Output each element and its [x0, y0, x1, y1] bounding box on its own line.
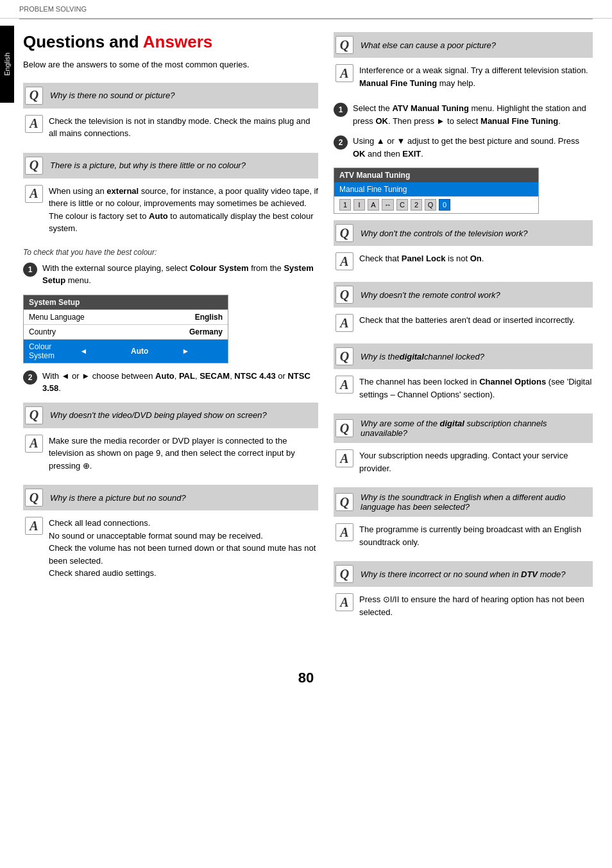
menu-cell-language-label: Menu Language — [24, 310, 126, 324]
q10-answer-text: The programme is currently being broadca… — [355, 522, 593, 550]
q11-a-letter: A — [334, 592, 355, 611]
q7-q-icon: Q — [336, 286, 353, 304]
step2-num: 2 — [23, 370, 37, 385]
q9-q-icon: Q — [336, 419, 353, 437]
q11-q-icon: Q — [336, 565, 353, 583]
side-tab: English — [0, 26, 14, 103]
menu-cell-country-value: Germany — [126, 325, 228, 339]
q3-answer-text: Make sure the media recorder or DVD play… — [45, 433, 318, 474]
page-wrapper: PROBLEM SOLVING English Questions and An… — [0, 0, 612, 868]
left-column: Questions and Answers Below are the answ… — [23, 32, 318, 631]
atv-table: ATV Manual Tuning Manual Fine Tuning 1 I… — [334, 168, 539, 214]
q10-q-icon: Q — [336, 493, 353, 511]
q1-q-icon: Q — [25, 87, 43, 105]
q8-question-block: Q Why is the digital channel locked? — [334, 343, 593, 369]
q2-answer-block: A When using an external source, for ins… — [23, 181, 318, 239]
q6-answer-text: Check that Panel Lock is not On. — [355, 251, 593, 266]
right-step1-block: 1 Select the ATV Manual Tuning menu. Hig… — [334, 102, 593, 127]
q2-q-letter: Q — [23, 153, 45, 178]
step2-block: 2 With ◄ or ► choose between Auto, PAL, … — [23, 370, 318, 395]
subtitle: Below are the answers to some of the mos… — [23, 58, 318, 71]
step1-block: 1 With the external source playing, sele… — [23, 262, 318, 287]
menu-cell-colour-arrow-right: ► — [177, 344, 228, 358]
q2-a-icon: A — [25, 185, 43, 203]
menu-row-language: Menu Language English — [24, 309, 228, 324]
right-step2-text: Using ▲ or ▼ adjust to get the best pict… — [353, 135, 593, 160]
q6-question-text: Why don't the controls of the television… — [355, 220, 593, 246]
q9-q-letter: Q — [334, 413, 355, 443]
q9-a-letter: A — [334, 448, 355, 467]
q10-q-letter: Q — [334, 487, 355, 517]
q11-question-block: Q Why is there incorrect or no sound whe… — [334, 561, 593, 587]
q3-a-icon: A — [25, 435, 43, 453]
q9-question-block: Q Why are some of the digital subscripti… — [334, 413, 593, 443]
q7-answer-text: Check that the batteries aren't dead or … — [355, 313, 593, 328]
atv-cell-1: 1 — [339, 199, 351, 211]
q6-question-block: Q Why don't the controls of the televisi… — [334, 220, 593, 246]
q10-question-text: Why is the soundtrack in English when a … — [355, 487, 593, 517]
atv-header: ATV Manual Tuning — [334, 168, 538, 182]
q4-answer-text: Check all lead connections. No sound or … — [45, 516, 318, 581]
q8-a-icon: A — [336, 376, 353, 394]
q6-q-letter: Q — [334, 220, 355, 246]
atv-cell-i: I — [353, 199, 365, 211]
q4-q-letter: Q — [23, 485, 45, 510]
q8-q-icon: Q — [336, 347, 353, 365]
q11-answer-block: A Press ⊙I/II to ensure the hard of hear… — [334, 589, 593, 622]
q11-answer-text: Press ⊙I/II to ensure the hard of hearin… — [355, 592, 593, 620]
right-column: Q What else can cause a poor picture? A … — [334, 32, 593, 631]
q4-answer-block: A Check all lead connections. No sound o… — [23, 513, 318, 584]
menu-cell-language-value: English — [126, 310, 228, 324]
top-bar: PROBLEM SOLVING — [0, 0, 612, 19]
q11-q-letter: Q — [334, 561, 355, 587]
q6-answer-block: A Check that Panel Lock is not On. — [334, 248, 593, 273]
q3-question-text: Why doesn't the video/DVD being played s… — [45, 403, 318, 428]
q1-a-icon: A — [25, 115, 43, 133]
q4-q-icon: Q — [25, 489, 43, 507]
page-title: Questions and Answers — [23, 32, 318, 52]
menu-cell-colour-arrow-left: ◄ — [75, 344, 126, 358]
q5-a-letter: A — [334, 63, 355, 82]
q5-a-icon: A — [336, 64, 353, 82]
q4-a-icon: A — [25, 517, 43, 535]
q3-q-icon: Q — [25, 406, 43, 424]
main-content: Questions and Answers Below are the answ… — [0, 19, 612, 657]
q1-a-letter: A — [23, 114, 45, 133]
q7-question-text: Why doesn't the remote control work? — [355, 282, 593, 308]
q10-a-icon: A — [336, 523, 353, 541]
right-step2-num: 2 — [334, 135, 348, 150]
title-highlight: Answers — [143, 32, 212, 51]
q4-question-block: Q Why is there a picture but no sound? — [23, 485, 318, 510]
right-step1-text: Select the ATV Manual Tuning menu. Highl… — [353, 102, 593, 127]
menu-cell-country-label: Country — [24, 325, 126, 339]
q3-q-letter: Q — [23, 403, 45, 428]
q5-answer-text: Interference or a weak signal. Try a dif… — [355, 63, 593, 91]
menu-row-country: Country Germany — [24, 324, 228, 339]
q6-a-letter: A — [334, 251, 355, 270]
italic-note: To check that you have the best colour: — [23, 248, 318, 257]
q6-a-icon: A — [336, 252, 353, 270]
q1-answer-block: A Check the television is not in standby… — [23, 111, 318, 144]
q7-q-letter: Q — [334, 282, 355, 308]
section-label: PROBLEM SOLVING — [19, 5, 87, 13]
q8-a-letter: A — [334, 374, 355, 394]
step1-text: With the external source playing, select… — [42, 262, 318, 287]
q6-q-icon: Q — [336, 224, 353, 242]
menu-cell-colour-value: Auto — [126, 344, 177, 358]
q2-a-letter: A — [23, 184, 45, 203]
q1-answer-text: Check the television is not in standby m… — [45, 114, 318, 141]
q9-question-text: Why are some of the digital subscription… — [355, 413, 593, 443]
q5-q-letter: Q — [334, 32, 355, 58]
atv-cell-2: 2 — [411, 199, 422, 211]
q1-question-text: Why is there no sound or picture? — [45, 83, 318, 108]
q4-question-text: Why is there a picture but no sound? — [45, 485, 318, 510]
atv-cell-search: Q — [425, 199, 436, 211]
q2-question-block: Q There is a picture, but why is there l… — [23, 153, 318, 178]
right-step1-num: 1 — [334, 103, 348, 117]
q11-a-icon: A — [336, 593, 353, 611]
q9-a-icon: A — [336, 449, 353, 467]
step2-text: With ◄ or ► choose between Auto, PAL, SE… — [42, 370, 318, 395]
page-number: 80 — [0, 657, 612, 693]
q7-a-letter: A — [334, 313, 355, 332]
q7-a-icon: A — [336, 314, 353, 332]
